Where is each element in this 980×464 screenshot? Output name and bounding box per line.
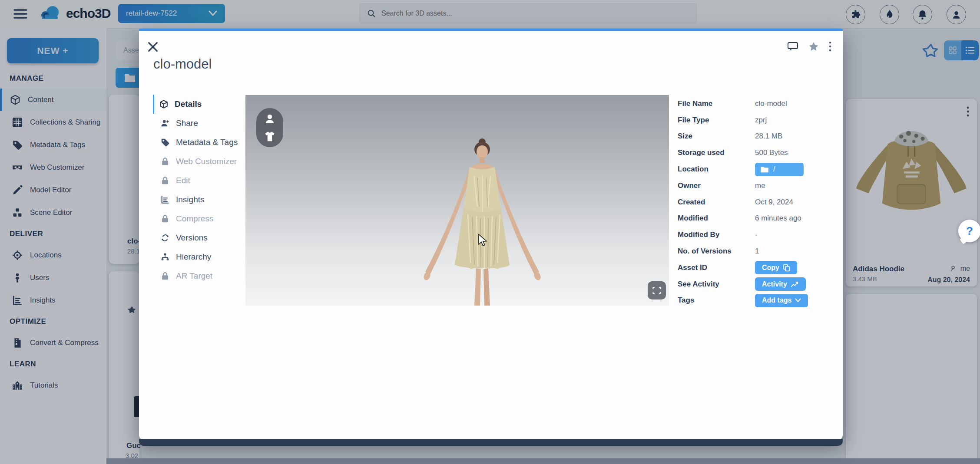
activity-label: Activity (762, 280, 787, 288)
asset-details-panel: File Nameclo-model File Typezprj Size28.… (678, 95, 830, 309)
close-icon[interactable] (147, 41, 159, 53)
activity-button[interactable]: Activity (755, 277, 806, 291)
tab-versions[interactable]: Versions (153, 228, 248, 247)
chart-icon (160, 195, 170, 204)
detail-row-file-name: File Nameclo-model (678, 95, 830, 112)
asset-details-modal: clo-model Details Share (139, 29, 843, 440)
detail-row-owner: Ownerme (678, 178, 830, 194)
tab-label: Share (176, 118, 198, 128)
tab-web-customizer-locked: Web Customizer (153, 152, 248, 171)
tab-share[interactable]: Share (153, 114, 248, 133)
detail-row-modified-by: Modified By- (678, 227, 830, 243)
detail-row-versions: No. of Versions1 (678, 243, 830, 260)
viewer-display-toggle (256, 108, 283, 147)
detail-row-tags: Tags Add tags (678, 293, 830, 309)
help-button[interactable]: ? (958, 220, 980, 242)
mouse-cursor (478, 234, 487, 247)
modal-title: clo-model (153, 56, 212, 72)
tab-label: Insights (176, 195, 204, 204)
detail-row-modified: Modified6 minutes ago (678, 211, 830, 227)
app-screen: echo3D retail-dew-7522 NEW + MANAGE Cont… (0, 0, 980, 464)
add-tags-label: Add tags (762, 296, 791, 304)
copy-label: Copy (762, 264, 779, 272)
detail-row-created: CreatedOct 9, 2024 (678, 194, 830, 211)
detail-row-storage-used: Storage used500 Bytes (678, 145, 830, 161)
tab-label: Edit (176, 176, 190, 185)
versions-icon (160, 233, 170, 243)
avatar-view-icon[interactable] (263, 112, 276, 125)
tab-compress-locked: Compress (153, 209, 248, 228)
tab-label: Versions (176, 233, 208, 243)
line-chart-icon (791, 281, 799, 288)
chevron-down-icon (795, 298, 801, 303)
tab-label: Metadata & Tags (176, 138, 238, 147)
lock-icon (160, 157, 170, 166)
location-path: / (773, 165, 775, 173)
comment-icon[interactable] (787, 41, 798, 52)
hierarchy-icon (160, 252, 170, 262)
model-viewer-canvas[interactable] (245, 95, 669, 306)
add-tags-button[interactable]: Add tags (755, 294, 808, 307)
question-mark-icon: ? (966, 224, 973, 238)
tab-insights[interactable]: Insights (153, 190, 248, 209)
location-button[interactable]: / (755, 163, 804, 176)
favorite-star-icon[interactable] (808, 41, 819, 52)
tab-ar-target-locked: AR Target (153, 267, 248, 286)
tab-label: Hierarchy (176, 252, 211, 262)
kebab-menu-icon[interactable] (829, 41, 831, 52)
detail-row-size: Size28.1 MB (678, 128, 830, 145)
tab-details[interactable]: Details (153, 95, 248, 114)
lock-icon (160, 271, 170, 281)
fullscreen-icon[interactable] (648, 281, 666, 299)
tab-metadata-tags[interactable]: Metadata & Tags (153, 133, 248, 152)
detail-row-file-type: File Typezprj (678, 112, 830, 128)
tab-label: AR Target (176, 271, 212, 281)
copy-icon (783, 264, 790, 272)
lock-icon (160, 214, 170, 224)
tab-label: Web Customizer (176, 157, 237, 166)
tab-hierarchy[interactable]: Hierarchy (153, 247, 248, 267)
tab-edit-locked: Edit (153, 171, 248, 190)
copy-asset-id-button[interactable]: Copy (755, 261, 797, 274)
folder-icon (760, 166, 769, 173)
lock-icon (160, 176, 170, 185)
tab-label: Compress (176, 214, 214, 224)
detail-row-asset-id: Asset ID Copy (678, 260, 830, 276)
cube-icon (159, 99, 169, 109)
modal-bottom-bar (139, 439, 843, 446)
detail-row-location: Location / (678, 161, 830, 178)
garment-view-icon[interactable] (263, 130, 276, 143)
avatar-3d-model (419, 136, 545, 306)
tag-icon (160, 138, 170, 147)
detail-row-see-activity: See Activity Activity (678, 276, 830, 293)
modal-nav: Details Share Metadata & Tags Web Custom… (153, 95, 248, 286)
user-plus-icon (160, 118, 170, 128)
tab-label: Details (175, 99, 202, 109)
